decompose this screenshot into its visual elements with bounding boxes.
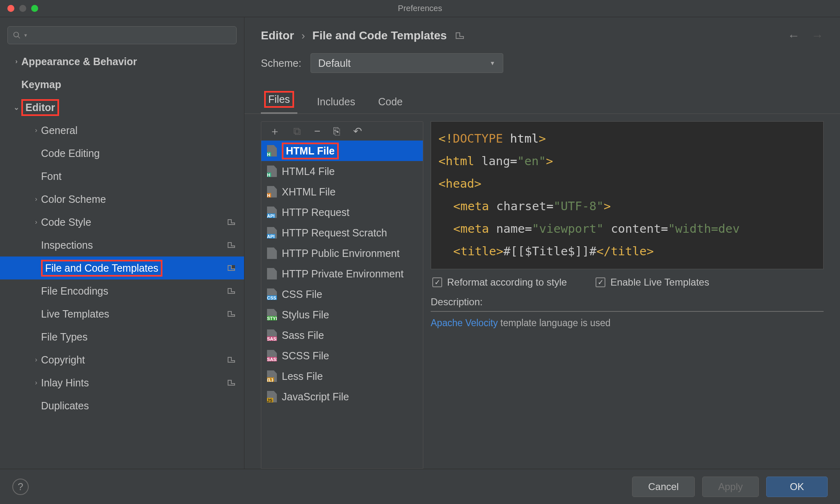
template-item[interactable]: CSSCSS File — [261, 284, 423, 304]
sidebar-item-code-editing[interactable]: Code Editing — [0, 142, 244, 165]
template-item[interactable]: SASSSass File — [261, 325, 423, 345]
sidebar-item-keymap[interactable]: Keymap — [0, 73, 244, 96]
chevron-right-icon: › — [31, 195, 41, 203]
project-badge-icon — [228, 219, 235, 225]
chevron-right-icon: › — [31, 379, 41, 387]
template-label: Sass File — [282, 329, 324, 341]
file-icon: JS — [267, 391, 277, 402]
template-item[interactable]: APIHTTP Request Scratch — [261, 222, 423, 243]
template-list: HHTML FileHHTML4 FileHXHTML FileAPIHTTP … — [261, 141, 423, 468]
titlebar: Preferences — [0, 0, 840, 17]
project-badge-icon — [456, 32, 464, 39]
description-suffix: template language is used — [498, 318, 611, 328]
sidebar-item-appearance-behavior[interactable]: ›Appearance & Behavior — [0, 50, 244, 73]
sidebar-item-label: Editor — [21, 99, 244, 116]
template-label: HTTP Request Scratch — [282, 227, 387, 239]
sidebar-item-label: Copyright — [41, 354, 228, 366]
chevron-right-icon: › — [31, 356, 41, 364]
breadcrumb-root[interactable]: Editor — [261, 29, 294, 42]
sidebar-item-color-scheme[interactable]: ›Color Scheme — [0, 188, 244, 211]
sidebar-item-inlay-hints[interactable]: ›Inlay Hints — [0, 371, 244, 394]
ok-button[interactable]: OK — [766, 477, 828, 497]
tab-includes[interactable]: Includes — [314, 92, 358, 114]
project-badge-icon — [228, 311, 235, 317]
file-icon: API — [267, 207, 277, 218]
tab-files[interactable]: Files — [261, 87, 297, 114]
nav-back-button[interactable]: ← — [788, 29, 800, 43]
template-item[interactable]: STYLStylus File — [261, 304, 423, 325]
sidebar-item-file-types[interactable]: File Types — [0, 325, 244, 348]
sidebar-item-code-style[interactable]: ›Code Style — [0, 211, 244, 234]
sidebar-item-label: File and Code Templates — [41, 260, 228, 277]
template-label: HTTP Request — [282, 207, 349, 218]
dialog-footer: ? Cancel Apply OK — [0, 469, 840, 504]
sidebar-item-copyright[interactable]: ›Copyright — [0, 348, 244, 371]
file-icon: SASS — [267, 350, 277, 361]
apply-button[interactable]: Apply — [702, 477, 759, 497]
template-item[interactable]: SASSSCSS File — [261, 345, 423, 366]
duplicate-button[interactable]: ⎘ — [333, 125, 340, 138]
template-label: SCSS File — [282, 350, 329, 362]
add-button[interactable]: ＋ — [269, 124, 280, 138]
template-item[interactable]: HHTML File — [261, 141, 423, 161]
sidebar-item-label: File Encodings — [41, 285, 228, 297]
breadcrumb: Editor › File and Code Templates ← → — [244, 17, 840, 51]
revert-button[interactable]: ↶ — [353, 125, 362, 138]
project-badge-icon — [228, 380, 235, 386]
sidebar-item-duplicates[interactable]: Duplicates — [0, 394, 244, 417]
template-label: CSS File — [282, 288, 322, 300]
template-label: XHTML File — [282, 186, 336, 198]
sidebar-item-file-encodings[interactable]: File Encodings — [0, 279, 244, 302]
template-item[interactable]: APIHTTP Request — [261, 202, 423, 222]
svg-point-0 — [14, 32, 19, 37]
help-button[interactable]: ? — [12, 479, 29, 495]
description-label: Description: — [431, 296, 824, 311]
file-icon: H — [267, 145, 277, 157]
file-icon: H — [267, 166, 277, 177]
preferences-sidebar: ▼ ›Appearance & BehaviorKeymap⌄Editor›Ge… — [0, 17, 244, 469]
reformat-checkbox[interactable]: ✓ Reformat according to style — [432, 277, 567, 288]
sidebar-item-label: Font — [41, 170, 244, 182]
copy-disabled-icon: ⧉ — [293, 125, 301, 138]
window-minimize-button[interactable] — [19, 5, 26, 12]
template-label: HTML File — [282, 143, 339, 159]
file-icon — [267, 247, 277, 259]
search-icon — [13, 31, 21, 39]
scheme-select[interactable]: Default ▼ — [310, 53, 503, 73]
sidebar-item-label: Appearance & Behavior — [21, 56, 244, 68]
template-item[interactable]: HTTP Private Environment — [261, 263, 423, 284]
window-close-button[interactable] — [7, 5, 14, 12]
chevron-down-icon: ▼ — [490, 60, 495, 66]
project-badge-icon — [228, 242, 235, 248]
remove-button[interactable]: − — [314, 125, 320, 138]
sidebar-item-file-and-code-templates[interactable]: File and Code Templates — [0, 257, 244, 279]
template-item[interactable]: JSJavaScript File — [261, 386, 423, 407]
sidebar-item-font[interactable]: Font — [0, 165, 244, 188]
template-code-editor[interactable]: <!DOCTYPE html><html lang="en"><head><me… — [431, 121, 824, 269]
editor-panel: <!DOCTYPE html><html lang="en"><head><me… — [423, 121, 840, 469]
content-pane: Editor › File and Code Templates ← → Sch… — [244, 17, 840, 469]
apache-velocity-link[interactable]: Apache Velocity — [431, 318, 498, 328]
project-badge-icon — [228, 265, 235, 271]
tab-code[interactable]: Code — [375, 92, 406, 114]
chevron-right-icon: › — [31, 218, 41, 226]
breadcrumb-leaf: File and Code Templates — [313, 29, 447, 42]
template-label: HTML4 File — [282, 166, 335, 177]
sidebar-item-editor[interactable]: ⌄Editor — [0, 96, 244, 119]
template-item[interactable]: {L}Less File — [261, 366, 423, 386]
window-zoom-button[interactable] — [31, 5, 38, 12]
search-input[interactable]: ▼ — [7, 26, 237, 44]
sidebar-item-live-templates[interactable]: Live Templates — [0, 302, 244, 325]
template-item[interactable]: HXHTML File — [261, 182, 423, 202]
sidebar-item-inspections[interactable]: Inspections — [0, 234, 244, 257]
file-icon: API — [267, 227, 277, 238]
template-item[interactable]: HHTML4 File — [261, 161, 423, 182]
sidebar-item-label: Live Templates — [41, 308, 228, 320]
template-label: Less File — [282, 370, 323, 382]
cancel-button[interactable]: Cancel — [632, 477, 695, 497]
template-item[interactable]: HTTP Public Environment — [261, 243, 423, 263]
sidebar-item-label: Code Style — [41, 216, 228, 228]
sidebar-item-general[interactable]: ›General — [0, 119, 244, 142]
template-label: JavaScript File — [282, 391, 349, 403]
live-templates-checkbox[interactable]: ✓ Enable Live Templates — [596, 277, 709, 288]
